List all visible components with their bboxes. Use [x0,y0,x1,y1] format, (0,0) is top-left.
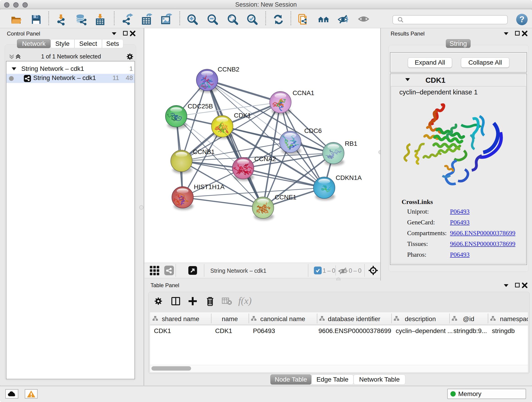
svg-text:RB1: RB1 [345,140,357,147]
svg-text:CCNB1: CCNB1 [193,148,215,155]
svg-text:CDC25B: CDC25B [188,103,213,110]
svg-text:CDC6: CDC6 [304,127,322,134]
svg-text:CCNE1: CCNE1 [275,194,297,201]
svg-text:CCNB2: CCNB2 [218,66,239,73]
svg-text:CCNA1: CCNA1 [293,89,314,96]
svg-text:HIST1H1A: HIST1H1A [194,183,225,191]
svg-text:CCNA2: CCNA2 [254,155,276,162]
svg-text:CDK1: CDK1 [234,112,251,119]
svg-text:CDKN1A: CDKN1A [336,174,362,181]
